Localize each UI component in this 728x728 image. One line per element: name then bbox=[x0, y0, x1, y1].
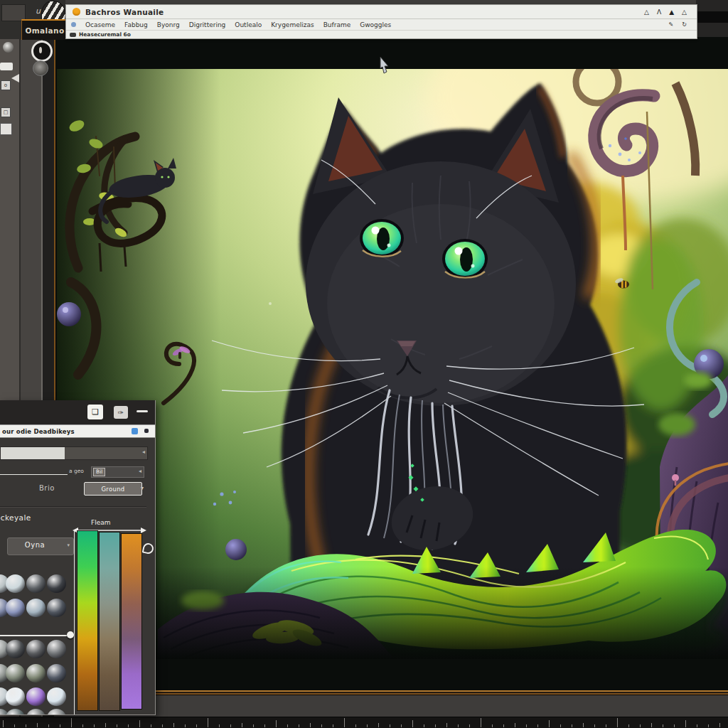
swatch-slider-track[interactable] bbox=[0, 635, 73, 636]
tool-slider-chip[interactable] bbox=[0, 63, 13, 70]
panel-titlebar[interactable]: ❏ ✑ bbox=[0, 400, 155, 424]
ruler-tick bbox=[640, 724, 641, 727]
menu-item[interactable]: Ocaseme bbox=[85, 21, 115, 28]
ruler-tick bbox=[503, 724, 504, 727]
tool-button-b[interactable]: □ bbox=[1, 107, 11, 117]
ruler-tick bbox=[48, 724, 49, 727]
option-row-1-dropdown[interactable]: Bil ◂ bbox=[91, 466, 144, 478]
panel-body: ◂ a geo Bil ◂ Brio Ground ▾ ockeyale Fle… bbox=[0, 438, 155, 714]
ruler-tick bbox=[14, 724, 15, 727]
blue-square-icon[interactable] bbox=[132, 428, 138, 434]
value-slider-fill bbox=[1, 447, 65, 459]
menu-item[interactable]: Buframe bbox=[323, 21, 351, 28]
underline bbox=[0, 474, 68, 475]
tool-brush-tip-soft[interactable] bbox=[33, 60, 48, 76]
page-icon[interactable]: ❏ bbox=[87, 405, 103, 419]
color-swatch[interactable] bbox=[26, 640, 46, 658]
dropdown-arrow-icon[interactable]: ◂ bbox=[139, 468, 141, 474]
window-glyph-icon[interactable]: △ bbox=[644, 9, 649, 16]
ruler-tick bbox=[264, 724, 265, 727]
menu-item[interactable]: Gwoggles bbox=[360, 21, 391, 28]
ruler-tick bbox=[572, 724, 572, 727]
menu-item[interactable]: Outlealo bbox=[235, 21, 262, 28]
gradient-ramp-1[interactable] bbox=[77, 530, 98, 711]
ruler-tick bbox=[355, 724, 356, 727]
title-bar[interactable]: Bachros Wanuaile △Λ▲△ bbox=[66, 5, 697, 18]
ruler-tick bbox=[390, 724, 390, 727]
chevron-down-icon: ▾ bbox=[67, 542, 70, 548]
color-swatch[interactable] bbox=[6, 664, 25, 682]
menu-item[interactable]: Byonrg bbox=[157, 21, 180, 28]
minimize-dash-icon[interactable] bbox=[136, 410, 148, 412]
window-glyph-icon[interactable]: Λ bbox=[657, 9, 661, 16]
preset-dropdown[interactable]: Oyna ▾ bbox=[7, 537, 74, 555]
timeline-ruler[interactable] bbox=[0, 717, 728, 728]
favicon-dot-icon bbox=[71, 22, 76, 27]
menu-item[interactable]: Digrittering bbox=[189, 21, 226, 28]
ruler-tick bbox=[469, 724, 470, 727]
mouse-cursor bbox=[379, 57, 390, 74]
tool-button-a[interactable]: о bbox=[1, 80, 11, 90]
option-row-2: Brio Ground ▾ bbox=[0, 482, 146, 496]
ruler-tick bbox=[117, 724, 117, 727]
menu-dot-icon[interactable] bbox=[144, 429, 149, 433]
ruler-tick bbox=[162, 724, 163, 727]
color-swatch[interactable] bbox=[6, 640, 25, 658]
color-swatch[interactable] bbox=[26, 599, 46, 617]
window-control-icons: △Λ▲△ bbox=[644, 9, 687, 16]
ruler-tick bbox=[515, 723, 515, 727]
floating-color-panel[interactable]: ❏ ✑ our odie Deadbikeys ◂ a geo Bil ◂ Br… bbox=[0, 400, 156, 715]
tool-eyedropper[interactable] bbox=[3, 42, 14, 53]
color-swatch[interactable] bbox=[47, 709, 66, 715]
menu-item[interactable]: Fabbug bbox=[124, 21, 148, 28]
value-slider[interactable]: ◂ bbox=[0, 446, 148, 460]
bookmark-bar[interactable]: Heasecuremal 6o bbox=[66, 30, 697, 38]
docked-tab[interactable]: Omalano bbox=[21, 19, 68, 40]
tool-brush-tip[interactable] bbox=[31, 41, 53, 62]
slider-arrow-icon[interactable]: ◂ bbox=[142, 449, 145, 455]
color-swatch[interactable] bbox=[6, 709, 25, 715]
color-swatch[interactable] bbox=[26, 709, 46, 715]
ruler-tick bbox=[253, 724, 254, 727]
ruler-tick bbox=[299, 724, 299, 727]
color-swatch[interactable] bbox=[6, 599, 25, 617]
menu-item[interactable]: Krygemelizas bbox=[271, 21, 314, 28]
swatch-slider-handle[interactable] bbox=[67, 631, 74, 638]
color-swatch[interactable] bbox=[6, 687, 25, 706]
color-swatch[interactable] bbox=[47, 664, 66, 682]
ruler-tick bbox=[537, 724, 538, 727]
color-swatch[interactable] bbox=[26, 664, 46, 682]
app-corner-top-right bbox=[696, 0, 728, 37]
option-row-2-dropdown[interactable]: Ground bbox=[84, 482, 142, 496]
color-swatch[interactable] bbox=[26, 687, 46, 706]
color-swatch[interactable] bbox=[6, 574, 25, 593]
ruler-tick bbox=[697, 724, 697, 727]
ruler-tick bbox=[321, 724, 322, 727]
ruler-tick bbox=[549, 720, 550, 727]
window-glyph-icon[interactable]: △ bbox=[682, 9, 687, 16]
color-swatch[interactable] bbox=[47, 687, 66, 706]
ruler-tick bbox=[594, 724, 595, 727]
color-swatch[interactable] bbox=[47, 574, 66, 593]
dropdown-arrow-icon[interactable]: ▾ bbox=[141, 485, 144, 491]
panel-header-title: our odie Deadbikeys bbox=[0, 428, 75, 435]
preset-dropdown-value: Oyna bbox=[8, 541, 62, 549]
toolbar-glyph-icon[interactable]: ✎ bbox=[669, 21, 674, 28]
collapse-arrow-icon[interactable] bbox=[11, 74, 19, 82]
gradient-ramp-2[interactable] bbox=[99, 532, 120, 711]
toolbar-glyph-icon[interactable]: ↻ bbox=[682, 21, 687, 28]
lasso-icon[interactable] bbox=[142, 542, 155, 555]
window-glyph-icon[interactable]: ▲ bbox=[669, 9, 674, 16]
ruler-tick bbox=[606, 724, 606, 727]
window-dot-icon[interactable] bbox=[73, 8, 80, 16]
gradient-ramp-3[interactable] bbox=[121, 533, 142, 710]
bookmark-label: Heasecuremal 6o bbox=[79, 31, 131, 38]
stamp-icon[interactable]: ✑ bbox=[114, 406, 128, 419]
ruler-tick bbox=[26, 724, 26, 727]
color-swatch[interactable] bbox=[47, 640, 66, 658]
ruler-tick bbox=[628, 724, 629, 727]
tool-swatch-white[interactable] bbox=[0, 123, 12, 135]
color-swatch[interactable] bbox=[47, 599, 66, 617]
ruler-tick bbox=[139, 720, 140, 727]
color-swatch[interactable] bbox=[26, 574, 46, 593]
